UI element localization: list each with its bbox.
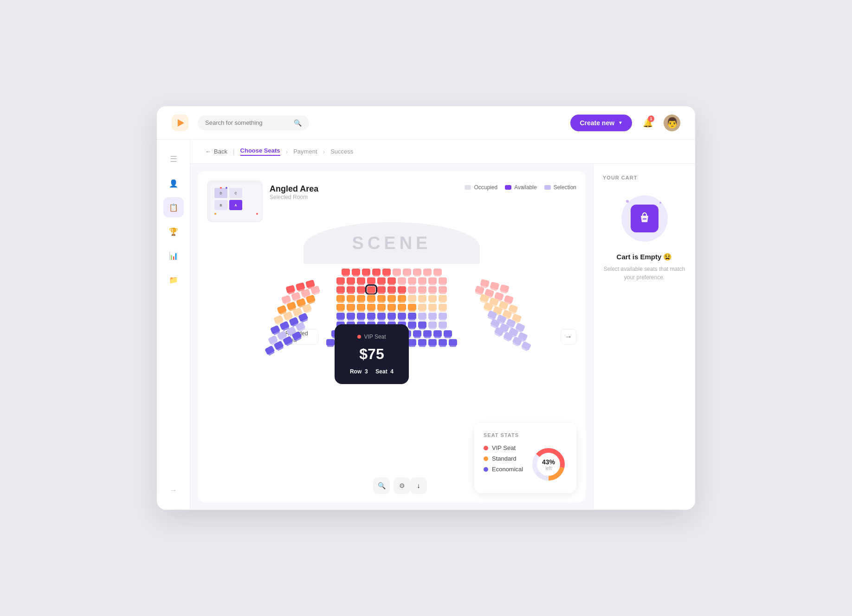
seat[interactable] (418, 339, 426, 346)
seat[interactable] (521, 341, 531, 351)
seat[interactable] (433, 269, 442, 275)
seat[interactable] (398, 295, 406, 302)
seat[interactable] (413, 269, 421, 275)
seat[interactable] (377, 304, 386, 310)
seat[interactable] (377, 286, 386, 293)
seat[interactable] (408, 304, 416, 310)
seat[interactable] (336, 286, 345, 293)
sidebar-item-tickets[interactable]: 📋 (163, 197, 184, 218)
seat[interactable] (423, 269, 432, 275)
back-button[interactable]: ← Back (205, 148, 227, 155)
seat[interactable] (377, 295, 386, 302)
sidebar-item-stats[interactable]: 📊 (163, 245, 184, 266)
seat[interactable] (428, 339, 437, 346)
seat[interactable] (387, 304, 396, 310)
seat[interactable] (377, 277, 386, 284)
notification-button[interactable]: 🔔 1 (639, 115, 656, 131)
seat[interactable] (336, 304, 345, 310)
sidebar-item-awards[interactable]: 🏆 (163, 221, 184, 242)
seat[interactable] (449, 339, 457, 346)
seat[interactable] (377, 313, 386, 319)
seat[interactable] (428, 321, 437, 328)
seat[interactable] (347, 286, 355, 293)
seat[interactable] (387, 295, 396, 302)
seat[interactable] (347, 295, 355, 302)
seat[interactable] (439, 313, 447, 319)
sidebar-item-files[interactable]: 📁 (163, 270, 184, 290)
sidebar-item-profile[interactable]: 👤 (163, 173, 184, 193)
seat[interactable] (480, 279, 490, 287)
seat[interactable] (439, 304, 447, 310)
seat[interactable] (281, 295, 291, 304)
seat[interactable] (428, 286, 437, 293)
seat[interactable] (357, 277, 365, 284)
seat[interactable] (342, 269, 350, 275)
seat[interactable] (347, 304, 355, 310)
seat[interactable] (387, 286, 396, 293)
seat[interactable] (362, 269, 370, 275)
seat[interactable] (357, 295, 365, 302)
seat[interactable] (439, 321, 447, 328)
seat[interactable] (413, 330, 421, 337)
seat[interactable] (428, 304, 437, 310)
seat[interactable] (408, 313, 416, 319)
seat[interactable] (387, 277, 396, 284)
seat[interactable] (372, 269, 381, 275)
seat[interactable] (418, 277, 426, 284)
seat[interactable] (439, 277, 447, 284)
seat[interactable] (398, 277, 406, 284)
seat[interactable] (387, 313, 396, 319)
breadcrumb-step-payment[interactable]: Payment (293, 148, 317, 155)
seat[interactable] (398, 304, 406, 310)
seat[interactable] (367, 277, 375, 284)
seat[interactable] (352, 269, 360, 275)
seat[interactable] (326, 339, 335, 346)
seat[interactable] (428, 295, 437, 302)
seat[interactable] (382, 269, 391, 275)
seat[interactable] (418, 304, 426, 310)
seat[interactable] (347, 313, 355, 319)
seat[interactable] (265, 345, 275, 355)
seat[interactable] (367, 313, 375, 319)
seat[interactable] (428, 277, 437, 284)
sidebar-item-logout[interactable]: → (163, 480, 184, 500)
breadcrumb-step-choose-seats[interactable]: Choose Seats (240, 147, 280, 156)
settings-tool-button[interactable]: ⚙ (394, 477, 410, 494)
seat[interactable] (418, 313, 426, 319)
seat[interactable] (367, 304, 375, 310)
seat[interactable] (418, 286, 426, 293)
seat[interactable] (285, 285, 295, 293)
seat[interactable] (367, 286, 375, 293)
seat[interactable] (490, 282, 499, 290)
seat[interactable] (500, 284, 510, 293)
seat[interactable] (408, 295, 416, 302)
search-tool-button[interactable]: 🔍 (373, 477, 390, 494)
seat[interactable] (296, 282, 305, 290)
seat[interactable] (433, 330, 442, 337)
seat[interactable] (277, 305, 287, 314)
sidebar-item-menu[interactable]: ☰ (163, 149, 184, 169)
seat[interactable] (423, 330, 432, 337)
seat[interactable] (408, 339, 416, 346)
seat[interactable] (336, 313, 345, 319)
seat[interactable] (439, 295, 447, 302)
seat[interactable] (357, 304, 365, 310)
scroll-down-button[interactable]: ↓ (410, 477, 427, 494)
seat[interactable] (418, 295, 426, 302)
breadcrumb-step-success[interactable]: Success (330, 148, 353, 155)
search-input[interactable] (205, 119, 290, 126)
user-avatar[interactable]: 👨 (664, 115, 680, 131)
seat[interactable] (336, 295, 345, 302)
create-new-button[interactable]: Create new ▼ (570, 115, 632, 131)
seat[interactable] (367, 295, 375, 302)
search-bar[interactable]: 🔍 (198, 116, 309, 130)
seat[interactable] (408, 286, 416, 293)
seat[interactable] (357, 286, 365, 293)
seat[interactable] (336, 277, 345, 284)
seat[interactable] (347, 277, 355, 284)
seat[interactable] (439, 339, 447, 346)
seat[interactable] (403, 269, 411, 275)
seat[interactable] (408, 321, 416, 328)
seat[interactable] (439, 286, 447, 293)
seat[interactable] (357, 313, 365, 319)
